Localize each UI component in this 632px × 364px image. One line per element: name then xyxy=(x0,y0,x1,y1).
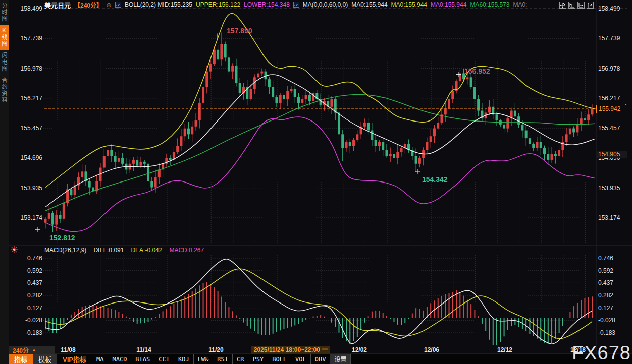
candle xyxy=(198,103,201,120)
price-annotation: 152.812 xyxy=(49,234,75,242)
candle xyxy=(250,89,252,99)
candle xyxy=(143,162,146,164)
candle xyxy=(81,171,83,177)
candle xyxy=(569,129,571,135)
indicator-button-lw[interactable]: LW& xyxy=(193,354,213,364)
indicator-button-macd[interactable]: MACD xyxy=(108,354,131,364)
candle xyxy=(470,77,472,87)
indicator-button-ma[interactable]: MA xyxy=(92,354,108,364)
candle xyxy=(576,125,578,133)
add-indicator-icon[interactable]: ⊕ xyxy=(106,1,112,9)
candle xyxy=(88,181,91,188)
candle xyxy=(191,127,193,135)
candle xyxy=(503,125,505,129)
annotations-layer: 157.890156.952154.342152.812 xyxy=(35,27,490,242)
toolbar-tab-1[interactable]: 模板 xyxy=(33,354,57,364)
candle xyxy=(110,150,113,156)
candle xyxy=(158,169,161,177)
candle xyxy=(393,154,395,158)
ma-indicator-icon[interactable] xyxy=(293,2,299,8)
candle xyxy=(154,177,157,187)
candle xyxy=(63,203,65,219)
candle xyxy=(418,158,421,164)
boll-lower-line xyxy=(45,117,595,231)
indicator-button-cci[interactable]: CCI xyxy=(154,354,174,364)
sidebar-item-2[interactable]: 闪电图 xyxy=(0,50,9,75)
candle xyxy=(496,114,498,120)
candle xyxy=(536,142,538,148)
candle xyxy=(305,95,307,99)
macd-diff-value: DIFF:0.091 xyxy=(93,247,124,254)
candle xyxy=(114,156,117,162)
ma0-yellow-value: MA0:155.944 xyxy=(391,1,427,8)
candle xyxy=(132,160,135,164)
boll-indicator-icon[interactable] xyxy=(115,2,121,8)
candle xyxy=(260,72,263,74)
candle xyxy=(180,136,182,146)
scale-up-icon[interactable] xyxy=(568,2,575,9)
indicator-button-rsi[interactable]: RSI xyxy=(213,354,232,364)
candle xyxy=(224,44,227,57)
toolbar-tab-2[interactable]: VIP指标 xyxy=(57,354,92,364)
candle xyxy=(529,138,531,144)
candle xyxy=(51,213,54,224)
indicator-button-kdj[interactable]: KDJ xyxy=(174,354,193,364)
period-label[interactable]: 【240分】 xyxy=(74,1,102,9)
indicator-button-cr[interactable]: CR xyxy=(232,354,248,364)
candle xyxy=(547,154,549,160)
candle xyxy=(532,144,535,148)
indicator-button-boll[interactable]: BOLL xyxy=(268,354,291,364)
candle xyxy=(202,87,204,103)
ma0-white-value: MA0:155.944 xyxy=(351,1,387,8)
macd-settings-icon[interactable] xyxy=(11,246,18,255)
time-label: 11/14 xyxy=(136,346,151,354)
ma60-value: MA60:155.573 xyxy=(470,1,509,8)
time-label: 12/06 xyxy=(424,346,439,354)
symbol-name: 美元日元 xyxy=(44,0,71,10)
candle xyxy=(341,134,344,148)
candle xyxy=(48,213,50,219)
chart-header: 美元日元 【240分】 ⊕ BOLL(20,2) MID:155.235 UPP… xyxy=(44,1,527,9)
sidebar-item-3[interactable]: 合约资料 xyxy=(0,75,9,106)
pan-crosshair-icon[interactable] xyxy=(559,2,566,9)
candle xyxy=(103,156,106,167)
macd-panel xyxy=(45,259,592,345)
boll-upper-value: UPPER:156.122 xyxy=(196,1,240,8)
candle xyxy=(525,131,528,139)
indicator-button-[interactable]: 设置 xyxy=(330,354,351,364)
candle xyxy=(301,99,303,103)
candle xyxy=(584,118,586,120)
indicator-button-bias[interactable]: BIAS xyxy=(131,354,154,364)
candle xyxy=(275,97,278,103)
sidebar-item-0[interactable]: 分时图 xyxy=(0,0,9,25)
candle xyxy=(554,154,557,156)
indicator-button-psy[interactable]: PSY xyxy=(248,354,268,364)
candle xyxy=(297,97,300,103)
candle xyxy=(382,142,384,150)
toolbar-tab-0[interactable]: 指标 xyxy=(9,354,33,364)
candle xyxy=(580,118,583,125)
indicator-button-vol[interactable]: VOL xyxy=(291,354,310,364)
candle xyxy=(543,148,546,154)
sidebar-item-1[interactable]: K线图 xyxy=(0,25,9,50)
candle xyxy=(591,109,594,114)
trading-app-window: 157.890156.952154.342152.812 分时图K线图闪电图合约… xyxy=(0,0,632,364)
indicator-button-obv[interactable]: OBV xyxy=(310,354,330,364)
candle xyxy=(587,114,590,120)
exit-panel-icon[interactable] xyxy=(587,2,594,9)
window-tool-icons xyxy=(559,2,594,9)
candle xyxy=(231,66,234,72)
scale-right-icon[interactable] xyxy=(577,2,585,9)
period-selector[interactable]: 240分 ▲ xyxy=(9,346,55,354)
macd-params: MACD(26,12,9) xyxy=(44,247,86,254)
time-label: 11/08 xyxy=(61,346,75,354)
candle xyxy=(488,107,491,113)
candle xyxy=(308,95,311,101)
candle xyxy=(136,160,138,166)
grid-layer xyxy=(9,0,632,353)
candle xyxy=(107,150,109,156)
candle xyxy=(430,136,432,142)
candle xyxy=(415,156,417,164)
crosshair-mark xyxy=(415,169,420,174)
time-axis: 240分 ▲ 11/0811/1411/202025/11/24 18:00~2… xyxy=(9,346,632,354)
